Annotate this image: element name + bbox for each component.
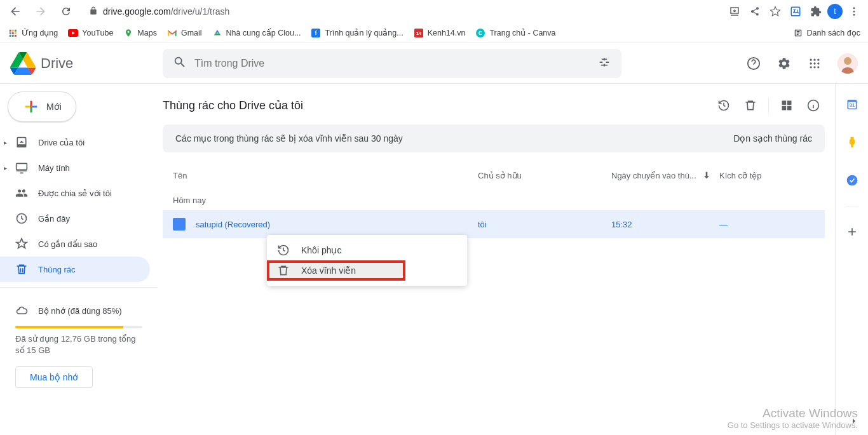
chrome-menu-icon[interactable] — [845, 3, 863, 20]
svg-point-3 — [853, 14, 855, 16]
delete-icon[interactable] — [739, 94, 762, 117]
bookmark-canva[interactable]: CTrang chủ - Canva — [475, 28, 555, 38]
empty-trash-button[interactable]: Dọn sạch thùng rác — [733, 133, 812, 144]
svg-point-29 — [813, 66, 815, 68]
extensions-icon[interactable] — [807, 3, 825, 20]
expand-icon: ▸ — [4, 139, 7, 146]
browser-nav-bar: drive.google.com/drive/u/1/trash t — [0, 0, 868, 23]
svg-rect-6 — [15, 29, 17, 31]
drive-logo-text: Drive — [41, 55, 73, 72]
nav-my-drive[interactable]: ▸Drive của tôi — [0, 130, 150, 155]
nav-label: Drive của tôi — [38, 138, 85, 147]
nav-starred[interactable]: Có gắn dấu sao — [0, 231, 150, 257]
svg-rect-36 — [787, 101, 792, 105]
search-input[interactable] — [194, 58, 590, 69]
shared-icon — [15, 187, 28, 199]
nav-trash[interactable]: Thùng rác — [0, 257, 150, 282]
drive-folder-icon — [15, 136, 28, 149]
storage-fill — [15, 326, 123, 328]
keep-icon[interactable] — [839, 130, 865, 155]
bookmark-maps[interactable]: Maps — [123, 28, 157, 38]
col-size-header[interactable]: Kích cỡ tệp — [719, 171, 815, 180]
bookmark-kenh14[interactable]: 14Kenh14.vn — [414, 28, 466, 38]
apps-grid-icon — [8, 28, 18, 38]
user-avatar[interactable] — [837, 53, 858, 74]
new-button[interactable]: Mới — [8, 91, 76, 122]
ads-icon: f — [311, 28, 321, 38]
calendar-icon[interactable]: 31 — [839, 91, 865, 117]
file-row[interactable]: satupid (Recovered) tôi 15:32 — — [163, 210, 825, 238]
bookmark-reading-list[interactable]: Danh sách đọc — [793, 28, 860, 38]
youtube-icon — [68, 28, 78, 38]
settings-button[interactable] — [771, 51, 797, 76]
reload-button[interactable] — [56, 1, 76, 22]
nav-shared[interactable]: Được chia sẻ với tôi — [0, 180, 150, 206]
bookmark-ads[interactable]: fTrình quản lý quảng... — [311, 28, 403, 38]
svg-text:31: 31 — [849, 102, 854, 108]
svg-text:C: C — [478, 30, 482, 36]
col-date-header[interactable]: Ngày chuyển vào thù... — [611, 170, 719, 180]
svg-point-27 — [817, 62, 819, 64]
svg-point-30 — [817, 66, 819, 68]
storage-text: Đã sử dụng 12,76 GB trong tổng số 15 GB — [15, 333, 142, 356]
install-icon[interactable] — [726, 3, 743, 20]
cloud-icon — [15, 304, 28, 317]
menu-delete-forever[interactable]: Xóa vĩnh viễn — [267, 260, 405, 281]
col-name-header[interactable]: Tên — [173, 171, 478, 180]
add-addon-icon[interactable] — [839, 219, 865, 244]
canva-icon: C — [475, 28, 485, 38]
bookmark-apps[interactable]: Ứng dụng — [8, 28, 58, 38]
menu-label: Xóa vĩnh viễn — [301, 265, 356, 276]
info-icon[interactable] — [802, 94, 825, 117]
nav-label: Thùng rác — [38, 265, 76, 274]
bookmark-label: Ứng dụng — [22, 28, 58, 37]
svg-point-28 — [810, 66, 812, 68]
maps-icon — [123, 28, 133, 38]
side-divider — [846, 206, 858, 206]
nav-computers[interactable]: ▸Máy tính — [0, 155, 150, 180]
nav-recent[interactable]: Gần đây — [0, 206, 150, 231]
bookmark-youtube[interactable]: YouTube — [68, 28, 113, 38]
forward-button[interactable] — [31, 1, 51, 22]
menu-restore[interactable]: Khôi phục — [267, 240, 467, 260]
side-panel: 31 — [835, 84, 868, 435]
bookmark-label: Trang chủ - Canva — [489, 28, 555, 37]
plus-icon — [22, 98, 40, 116]
svg-point-26 — [813, 62, 815, 64]
bookmark-label: YouTube — [82, 29, 113, 37]
svg-rect-38 — [787, 106, 792, 110]
star-icon[interactable] — [766, 3, 784, 20]
apps-button[interactable] — [802, 51, 827, 76]
activate-title: Activate Windows — [728, 406, 858, 420]
side-collapse-button[interactable] — [845, 412, 863, 430]
docs-icon — [173, 218, 186, 231]
help-button[interactable] — [741, 51, 766, 76]
restore-icon — [277, 244, 290, 257]
bookmark-cloud[interactable]: Nhà cung cấp Clou... — [212, 28, 301, 38]
search-box[interactable] — [163, 49, 621, 78]
filter-icon[interactable] — [597, 55, 611, 72]
translate-icon[interactable] — [787, 3, 804, 20]
buy-storage-button[interactable]: Mua bộ nhớ — [15, 366, 93, 388]
storage-item[interactable]: Bộ nhớ (đã dùng 85%) — [15, 298, 142, 323]
content-area: Thùng rác cho Drive của tôi Các mục tron… — [158, 84, 835, 435]
svg-rect-33 — [17, 163, 27, 170]
url-bar[interactable]: drive.google.com/drive/u/1/trash — [81, 3, 721, 20]
col-owner-header[interactable]: Chủ sở hữu — [478, 171, 611, 180]
activate-sub: Go to Settings to activate Windows. — [728, 420, 858, 430]
drive-logo[interactable]: Drive — [10, 51, 158, 76]
bookmark-gmail[interactable]: Gmail — [167, 28, 202, 38]
bookmark-label: Nhà cung cấp Clou... — [226, 28, 301, 37]
file-owner: tôi — [478, 220, 611, 229]
svg-point-1 — [853, 7, 855, 9]
svg-rect-0 — [791, 7, 800, 16]
content-title: Thùng rác cho Drive của tôi — [163, 98, 303, 112]
kenh14-icon: 14 — [414, 28, 424, 38]
chrome-profile-avatar[interactable]: t — [827, 4, 843, 19]
tasks-icon[interactable] — [839, 168, 865, 193]
share-icon[interactable] — [746, 3, 764, 20]
grid-view-icon[interactable] — [775, 94, 798, 117]
back-button[interactable] — [5, 1, 25, 22]
svg-point-2 — [853, 11, 855, 13]
restore-icon[interactable] — [712, 94, 735, 117]
